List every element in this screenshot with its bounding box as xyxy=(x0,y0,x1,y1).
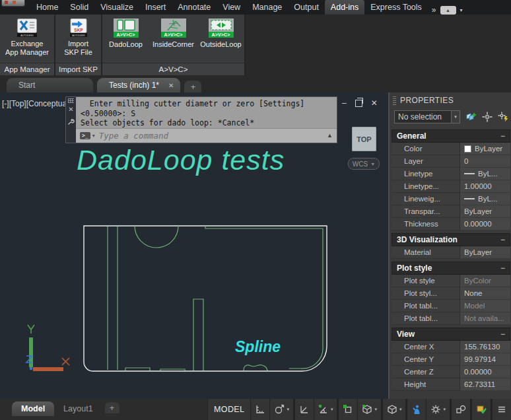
toggle-pickadd-icon[interactable] xyxy=(465,112,477,122)
file-tab-tests[interactable]: Tests (inch) 1* ✕ xyxy=(97,78,180,92)
model-space-button[interactable]: MODEL xyxy=(207,399,250,420)
application-button[interactable] xyxy=(1,0,25,7)
menu-tab-annotate[interactable]: Annotate xyxy=(172,0,217,15)
menu-tab-solid[interactable]: Solid xyxy=(64,0,94,15)
viewport-controls[interactable]: [-][Top][Conceptual] xyxy=(2,99,71,108)
property-label: Plot tabl... xyxy=(392,312,460,325)
annotation-monitor-button[interactable] xyxy=(407,399,426,420)
close-icon[interactable]: ✕ xyxy=(371,99,378,107)
menu-button[interactable] xyxy=(492,399,511,420)
menu-tab-add-ins[interactable]: Add-ins xyxy=(325,0,364,15)
history-scroll-up-icon[interactable]: ▲ xyxy=(327,132,333,139)
palette-grip-icon[interactable] xyxy=(68,98,74,103)
section-header[interactable]: 3D Visualization− xyxy=(392,233,510,246)
menu-tab-home[interactable]: Home xyxy=(30,0,64,15)
polar-tracking-button[interactable]: ▾ xyxy=(314,399,337,420)
wcs-dropdown[interactable]: WCS ▼ xyxy=(348,158,380,170)
isolate-objects-button[interactable] xyxy=(451,399,470,420)
property-value[interactable]: Not availa... xyxy=(460,312,510,325)
property-value[interactable]: ByL... xyxy=(460,168,510,180)
exchange-app-manager-button[interactable]: AUTODESK Exchange App Manager xyxy=(0,18,54,56)
properties-title-bar[interactable]: PROPERTIES xyxy=(390,92,511,108)
section-header[interactable]: Plot style− xyxy=(392,262,510,275)
close-tab-icon[interactable]: ✕ xyxy=(168,82,174,89)
dropdown-caret-icon[interactable]: ▾ xyxy=(331,407,333,412)
menu-tab-express-tools[interactable]: Express Tools xyxy=(364,0,428,15)
customize-wrench-icon[interactable] xyxy=(67,118,75,125)
palette-close-icon[interactable]: ✕ xyxy=(68,106,73,113)
customization-button[interactable] xyxy=(471,399,491,420)
file-tab-start[interactable]: Start xyxy=(7,78,93,92)
menu-tab-view[interactable]: View xyxy=(217,0,246,15)
section-header[interactable]: View− xyxy=(392,328,510,341)
command-input[interactable]: >_ ▾ Type a command ▲ xyxy=(76,128,337,143)
section-header[interactable]: General− xyxy=(392,129,510,143)
command-placeholder: Type a command xyxy=(99,131,168,141)
menu-tab-manage[interactable]: Manage xyxy=(246,0,288,15)
isometric-drafting-icon xyxy=(387,404,397,415)
collapse-section-icon[interactable]: − xyxy=(500,131,505,141)
new-tab-button[interactable]: + xyxy=(184,81,201,92)
collapse-section-icon[interactable]: − xyxy=(500,263,505,273)
ortho-button[interactable] xyxy=(294,399,314,420)
palette-grip-icon[interactable] xyxy=(393,96,396,105)
object-snap-button[interactable] xyxy=(338,399,357,420)
property-value[interactable]: ByLayer xyxy=(460,205,510,218)
insidecorner-button[interactable]: A>V>C> InsideCorner xyxy=(151,18,196,49)
ribbon-minimize-icon[interactable]: ▲ xyxy=(440,6,456,15)
menu-tab-output[interactable]: Output xyxy=(288,0,325,15)
insidecorner-icon xyxy=(161,18,186,32)
grid-button[interactable] xyxy=(250,399,269,420)
property-value[interactable]: 99.97914 xyxy=(460,353,510,366)
dropdown-caret-icon[interactable]: ▾ xyxy=(287,407,289,412)
property-row: Center X155.76130 xyxy=(392,341,510,353)
command-palette-rail[interactable]: ✕ xyxy=(66,97,76,143)
quick-select-icon[interactable] xyxy=(498,112,509,122)
property-value[interactable]: ByL... xyxy=(460,193,510,205)
layout-tab-model[interactable]: Model xyxy=(12,402,54,416)
outsideloop-button[interactable]: A>V>C> OutsideLoop xyxy=(199,18,244,49)
tabs-overflow-icon[interactable]: » xyxy=(432,5,436,15)
property-value[interactable]: Model xyxy=(460,300,510,312)
layout-tab-layout1[interactable]: Layout1 xyxy=(54,402,102,416)
selection-dropdown-caret-icon[interactable]: ▾ xyxy=(452,110,460,123)
dropdown-caret-icon[interactable]: ▾ xyxy=(374,407,377,412)
viewcube-top-face[interactable]: TOP xyxy=(352,127,376,151)
property-value[interactable]: ByLayer xyxy=(460,246,510,259)
menu-tab-insert[interactable]: Insert xyxy=(139,0,172,15)
property-value[interactable]: 0 xyxy=(460,155,510,168)
property-value[interactable]: 0.00000 xyxy=(460,366,510,378)
settings-gear-button[interactable]: ▾ xyxy=(426,399,450,420)
import-skp-file-button[interactable]: SKP AUTODESK Import SKP File xyxy=(55,18,101,56)
isometric-drafting-button[interactable]: ▾ xyxy=(382,399,406,420)
collapse-section-icon[interactable]: − xyxy=(500,330,505,339)
object-snap-3d-button[interactable]: ▾ xyxy=(357,399,381,420)
collapse-section-icon[interactable]: − xyxy=(500,235,505,244)
dadoloop-button[interactable]: A>V>C> DadoLoop xyxy=(104,18,149,49)
snap-button[interactable]: ▾ xyxy=(269,399,293,420)
drawing-viewport[interactable]: [-][Top][Conceptual] DadoLoop tests Spli… xyxy=(0,92,388,399)
new-layout-button[interactable]: + xyxy=(105,402,119,413)
property-value[interactable]: ByLayer xyxy=(460,143,510,155)
selection-dropdown[interactable]: No selection xyxy=(394,110,452,123)
button-label: DadoLoop xyxy=(109,40,143,49)
dropdown-caret-icon[interactable]: ▾ xyxy=(443,407,446,412)
select-objects-icon[interactable] xyxy=(482,112,493,122)
ribbon-minimize-caret-icon[interactable]: ▾ xyxy=(460,7,463,13)
minimize-icon[interactable]: – xyxy=(342,99,347,107)
dropdown-caret-icon[interactable]: ▾ xyxy=(399,407,402,412)
property-row: Height62.73311 xyxy=(392,378,510,391)
menu-tab-visualize[interactable]: Visualize xyxy=(94,0,139,15)
property-value[interactable]: None xyxy=(460,287,510,300)
restore-icon[interactable] xyxy=(355,100,362,107)
property-value[interactable]: 155.76130 xyxy=(460,341,510,353)
property-value[interactable]: 62.73311 xyxy=(460,378,510,391)
property-value-text: 155.76130 xyxy=(464,343,500,351)
property-value[interactable]: 1.00000 xyxy=(460,180,510,193)
property-row: Plot tabl...Model xyxy=(392,300,510,312)
linetype-sample-icon xyxy=(464,173,475,174)
property-label: Height xyxy=(392,378,460,391)
property-value[interactable]: ByColor xyxy=(460,275,510,287)
recent-commands-caret-icon[interactable]: ▾ xyxy=(92,133,95,139)
property-value[interactable]: 0.00000 xyxy=(460,218,510,230)
